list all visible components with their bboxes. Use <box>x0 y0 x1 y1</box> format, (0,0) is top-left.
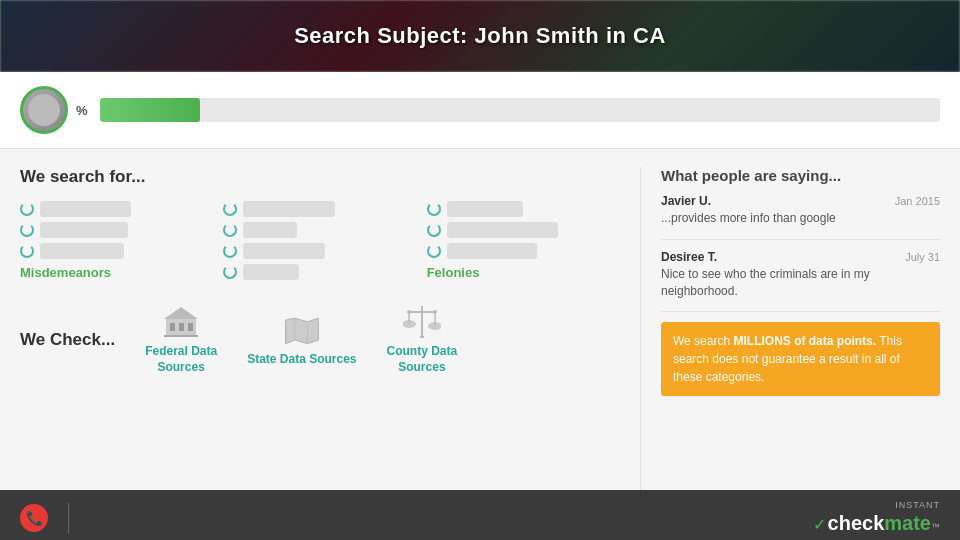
list-item: Relatives <box>223 222 416 238</box>
avatar <box>20 86 68 134</box>
svg-rect-4 <box>188 323 193 331</box>
page-title: Search Subject: John Smith in CA <box>294 23 666 49</box>
map-icon <box>282 312 322 348</box>
item-label: Address Information <box>447 222 558 238</box>
building-icon <box>161 304 201 340</box>
list-item: Address Information <box>427 222 620 238</box>
left-section: We search for... Criminal Profiles Sexua… <box>20 167 640 490</box>
list-item: Mugshots <box>223 264 416 280</box>
scales-icon <box>402 304 442 340</box>
spinner-icon <box>223 202 237 216</box>
testimonial-name: Javier U. <box>661 194 711 208</box>
state-source-label: State Data Sources <box>247 352 356 368</box>
check-section: We Check... Federal DataSources <box>20 294 620 375</box>
warning-text-bold: MILLIONS of data points. <box>733 334 876 348</box>
search-items-grid: Criminal Profiles Sexual Offenses Birth … <box>20 201 620 280</box>
right-section: What people are saying... Javier U. Jan … <box>640 167 940 490</box>
list-item: Felonies <box>427 264 620 280</box>
list-item: Court Records <box>223 243 416 259</box>
county-source-label: County DataSources <box>387 344 458 375</box>
testimonial-1: Javier U. Jan 2015 ...provides more info… <box>661 194 940 227</box>
checkmate-logo: INSTANT ✓ check mate ™ <box>813 500 940 535</box>
svg-rect-14 <box>420 336 424 338</box>
spinner-icon <box>223 265 237 279</box>
spinner-icon <box>20 244 34 258</box>
checkmark-icon: ✓ <box>813 515 826 534</box>
checkmate-brand: ✓ check mate ™ <box>813 512 940 535</box>
spinner-icon <box>20 202 34 216</box>
svg-rect-2 <box>170 323 175 331</box>
list-item: Sexual Offenses <box>223 201 416 217</box>
item-label: Mugshots <box>243 264 299 280</box>
federal-data-source: Federal DataSources <box>145 304 217 375</box>
spinner-icon <box>427 244 441 258</box>
spinner-icon <box>223 244 237 258</box>
list-item: Misdemeanors <box>20 264 213 280</box>
phone-icon: 📞 <box>20 504 48 532</box>
spinner-icon <box>223 223 237 237</box>
svg-rect-3 <box>179 323 184 331</box>
search-section-title: We search for... <box>20 167 620 187</box>
percent-label: % <box>76 103 88 118</box>
list-item: Birth Records <box>427 201 620 217</box>
divider <box>661 239 940 240</box>
testimonial-text: ...provides more info than google <box>661 210 940 227</box>
page-header: Search Subject: John Smith in CA <box>0 0 960 72</box>
progress-bar-container <box>100 98 940 122</box>
spinner-icon <box>20 223 34 237</box>
list-item: Traffic Offenses <box>20 222 213 238</box>
progress-bar-fill <box>100 98 201 122</box>
testimonial-text: Nice to see who the criminals are in my … <box>661 266 940 300</box>
list-item: Phone Numbers <box>427 243 620 259</box>
item-label: Arrest Records <box>40 243 124 259</box>
avatar-face <box>28 94 60 126</box>
checkmate-instant-label: INSTANT <box>895 500 940 510</box>
federal-source-label: Federal DataSources <box>145 344 217 375</box>
item-label: Relatives <box>243 222 296 238</box>
footer-divider <box>68 503 69 533</box>
testimonial-header: Javier U. Jan 2015 <box>661 194 940 208</box>
state-data-source: State Data Sources <box>247 312 356 368</box>
item-label: Traffic Offenses <box>40 222 128 238</box>
check-section-title: We Check... <box>20 330 115 350</box>
item-label: Birth Records <box>447 201 524 217</box>
testimonial-header: Desiree T. July 31 <box>661 250 940 264</box>
divider <box>661 311 940 312</box>
testimonial-date: July 31 <box>905 251 940 263</box>
item-label-green: Misdemeanors <box>20 265 111 280</box>
spinner-icon <box>427 202 441 216</box>
list-item: Arrest Records <box>20 243 213 259</box>
footer: 📞 INSTANT ✓ check mate ™ <box>0 490 960 540</box>
item-label: Criminal Profiles <box>40 201 131 217</box>
item-label-green: Felonies <box>427 265 480 280</box>
item-label: Phone Numbers <box>447 243 538 259</box>
item-label: Sexual Offenses <box>243 201 335 217</box>
testimonial-2: Desiree T. July 31 Nice to see who the c… <box>661 250 940 300</box>
list-item: Criminal Profiles <box>20 201 213 217</box>
progress-area: % <box>0 72 960 149</box>
warning-box: We search MILLIONS of data points. This … <box>661 322 940 396</box>
testimonials-title: What people are saying... <box>661 167 940 184</box>
testimonial-date: Jan 2015 <box>895 195 940 207</box>
item-label: Court Records <box>243 243 324 259</box>
svg-marker-1 <box>164 307 198 319</box>
svg-rect-5 <box>164 335 198 337</box>
footer-left: 📞 <box>20 503 79 533</box>
checkmate-check-text: check <box>828 512 885 535</box>
warning-text-before: We search <box>673 334 733 348</box>
checkmate-tm-text: ™ <box>931 522 940 532</box>
checkmate-mate-text: mate <box>884 512 931 535</box>
testimonial-name: Desiree T. <box>661 250 717 264</box>
main-content: We search for... Criminal Profiles Sexua… <box>0 149 960 490</box>
county-data-source: County DataSources <box>387 304 458 375</box>
spinner-icon <box>427 223 441 237</box>
